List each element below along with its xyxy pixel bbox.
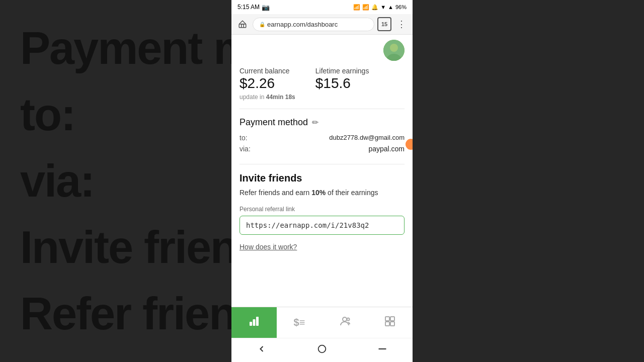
payment-via-value: paypal.com [368, 145, 405, 153]
lock-icon: 🔒 [259, 22, 265, 27]
status-bar: 5:15 AM 📷 📶 📶 🔔 ▼ ▲ 96% [231, 0, 413, 14]
update-time: 44min 18s [266, 94, 295, 101]
payment-to-row: to: dubz2778.dw@gmail.com [239, 134, 405, 142]
current-balance: Current balance $2.26 update in 44min 18… [239, 67, 295, 101]
svg-rect-10 [390, 317, 394, 321]
bluetooth-icon: 📶 [353, 4, 360, 11]
payment-section: Payment method ✏ to: dubz2778.dw@gmail.c… [231, 109, 413, 164]
android-home-button[interactable] [306, 339, 338, 361]
android-nav-bar [231, 338, 413, 362]
invite-percent: 10% [311, 189, 326, 197]
nav-earnings[interactable]: $≡ [277, 307, 322, 338]
payment-header: Payment method ✏ [239, 117, 405, 128]
url-text: earnapp.com/dashboarc [267, 21, 338, 28]
svg-rect-4 [250, 322, 252, 326]
payment-via-row: via: paypal.com [239, 145, 405, 153]
browser-home-button[interactable] [235, 17, 250, 31]
page-content: Current balance $2.26 update in 44min 18… [231, 35, 413, 307]
notification-dot [406, 139, 413, 150]
svg-point-2 [390, 44, 398, 52]
browser-toolbar: 🔒 earnapp.com/dashboarc 15 ⋮ [231, 14, 413, 35]
svg-rect-0 [239, 24, 246, 28]
svg-rect-12 [390, 322, 394, 326]
signal-bars-icon: ▲ [388, 4, 393, 10]
svg-point-8 [347, 318, 350, 320]
current-balance-amount: $2.26 [239, 76, 295, 92]
how-does-it-work-link[interactable]: How does it work? [239, 243, 405, 251]
volume-icon: 🔔 [371, 4, 378, 11]
nav-referrals[interactable] [322, 307, 367, 338]
referral-link-input[interactable] [239, 216, 405, 235]
invite-title: Invite friends [239, 172, 405, 184]
signal-icon: 📶 [362, 4, 369, 11]
browser-url-bar[interactable]: 🔒 earnapp.com/dashboarc [253, 18, 374, 31]
svg-rect-6 [256, 317, 259, 326]
avatar-section [231, 35, 413, 63]
lifetime-label: Lifetime earnings [315, 67, 369, 75]
balance-update-text: update in 44min 18s [239, 94, 295, 101]
edit-payment-icon[interactable]: ✏ [312, 118, 318, 127]
browser-menu-button[interactable]: ⋮ [394, 17, 409, 31]
lifetime-earnings: Lifetime earnings $15.6 [315, 67, 369, 101]
invite-section: Invite friends Refer friends and earn 10… [231, 164, 413, 259]
nav-more[interactable] [367, 307, 413, 338]
svg-rect-5 [253, 319, 256, 326]
referrals-icon [339, 315, 351, 330]
status-time: 5:15 AM [237, 4, 260, 11]
payment-to-value: dubz2778.dw@gmail.com [329, 134, 405, 141]
invite-description: Refer friends and earn 10% of their earn… [239, 188, 405, 198]
phone-container: 5:15 AM 📷 📶 📶 🔔 ▼ ▲ 96% 🔒 earnapp.com/da… [231, 0, 413, 362]
referral-link-label: Personal referral link [239, 206, 405, 213]
browser-tabs-button[interactable]: 15 [377, 17, 391, 31]
lifetime-amount: $15.6 [315, 76, 369, 92]
wifi-icon: ▼ [380, 4, 386, 10]
camera-icon: 📷 [262, 4, 270, 11]
user-avatar[interactable] [383, 40, 405, 61]
bottom-nav: $≡ [231, 307, 413, 338]
dashboard-icon [248, 315, 260, 330]
earnings-icon: $≡ [294, 317, 305, 328]
svg-rect-9 [385, 317, 389, 321]
payment-via-label: via: [239, 145, 251, 153]
android-back-button[interactable] [247, 340, 277, 360]
more-icon [384, 315, 396, 330]
nav-dashboard[interactable] [231, 307, 277, 338]
android-recent-button[interactable] [367, 340, 397, 360]
svg-point-13 [318, 345, 326, 353]
payment-to-label: to: [239, 134, 248, 142]
svg-point-7 [343, 317, 347, 321]
current-balance-label: Current balance [239, 67, 295, 75]
svg-rect-11 [385, 322, 389, 326]
battery-percent: 96% [395, 4, 407, 10]
balance-section: Current balance $2.26 update in 44min 18… [231, 63, 413, 109]
payment-method-title: Payment method [239, 117, 308, 128]
